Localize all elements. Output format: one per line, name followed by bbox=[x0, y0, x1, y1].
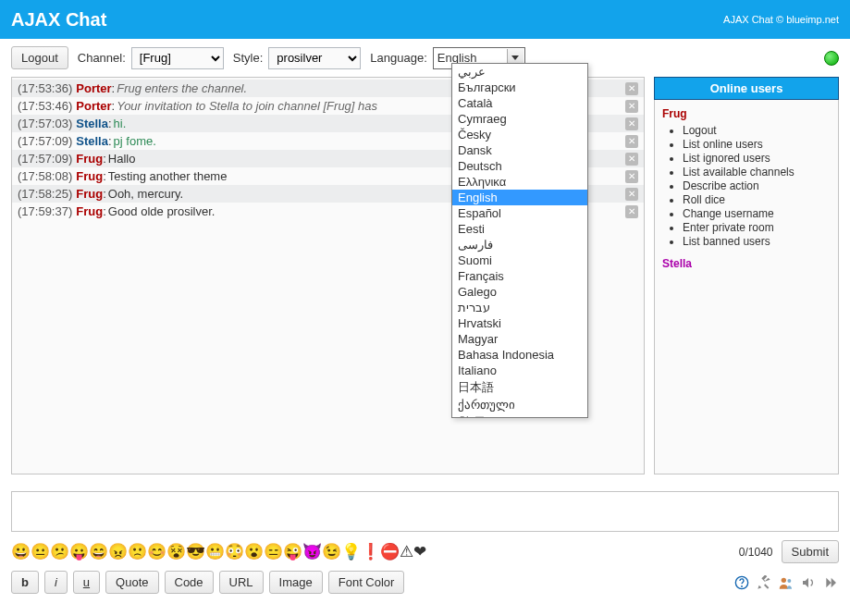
language-option[interactable]: Français bbox=[452, 268, 587, 284]
users-icon[interactable] bbox=[778, 574, 795, 591]
language-option[interactable]: Bahasa Indonesia bbox=[452, 347, 587, 363]
delete-message-icon[interactable]: ✕ bbox=[625, 100, 638, 113]
delete-message-icon[interactable]: ✕ bbox=[625, 153, 638, 166]
language-option[interactable]: عربي bbox=[452, 64, 587, 80]
italic-button[interactable]: i bbox=[44, 571, 68, 594]
user-menu-item[interactable]: List ignored users bbox=[683, 152, 831, 165]
quote-button[interactable]: Quote bbox=[105, 571, 158, 594]
language-option[interactable]: Galego bbox=[452, 284, 587, 300]
message-user[interactable]: Frug bbox=[76, 204, 103, 218]
online-user[interactable]: Stella bbox=[662, 257, 831, 270]
language-option[interactable]: Hrvatski bbox=[452, 315, 587, 331]
emoji-icon[interactable]: 😑 bbox=[264, 543, 283, 561]
copyright-link[interactable]: AJAX Chat © blueimp.net bbox=[723, 14, 839, 25]
emoji-icon[interactable]: 🙁 bbox=[128, 543, 147, 561]
emoji-icon[interactable]: 😳 bbox=[225, 543, 244, 561]
message-text: hi. bbox=[114, 117, 127, 130]
help-icon[interactable] bbox=[733, 574, 750, 591]
emoji-icon[interactable]: 😈 bbox=[302, 543, 322, 561]
emoji-icon[interactable]: 😠 bbox=[108, 543, 128, 561]
message-input[interactable] bbox=[11, 491, 839, 532]
delete-message-icon[interactable]: ✕ bbox=[625, 170, 638, 183]
language-dropdown[interactable]: عربيБългарскиCatalàCymraegČeskyDanskDeut… bbox=[451, 63, 588, 418]
emoji-icon[interactable]: 😎 bbox=[186, 543, 205, 561]
language-option[interactable]: Magyar bbox=[452, 331, 587, 347]
language-option[interactable]: Deutsch bbox=[452, 158, 587, 174]
sound-icon[interactable] bbox=[800, 574, 817, 591]
underline-button[interactable]: u bbox=[73, 571, 100, 594]
language-option[interactable]: فارسی bbox=[452, 237, 587, 253]
code-button[interactable]: Code bbox=[165, 571, 214, 594]
user-menu-item[interactable]: List online users bbox=[683, 138, 831, 151]
emoji-icon[interactable]: 😉 bbox=[322, 543, 341, 561]
image-button[interactable]: Image bbox=[269, 571, 323, 594]
language-option[interactable]: Eesti bbox=[452, 221, 587, 237]
emoji-icon[interactable]: 😵 bbox=[166, 543, 186, 561]
fontcolor-button[interactable]: Font Color bbox=[328, 571, 405, 594]
delete-message-icon[interactable]: ✕ bbox=[625, 205, 638, 218]
user-menu-item[interactable]: Change username bbox=[683, 207, 831, 220]
message-user[interactable]: Frug bbox=[76, 152, 103, 166]
emoji-icon[interactable]: ❗ bbox=[361, 543, 380, 561]
language-option[interactable]: Català bbox=[452, 95, 587, 111]
emoji-icon[interactable]: 😮 bbox=[244, 543, 264, 561]
language-option[interactable]: Suomi bbox=[452, 253, 587, 268]
emoji-icon[interactable]: 😀 bbox=[11, 543, 31, 561]
language-option[interactable]: Italiano bbox=[452, 363, 587, 378]
message-user[interactable]: Porter bbox=[76, 81, 111, 95]
autoscroll-icon[interactable] bbox=[822, 574, 839, 591]
language-option[interactable]: Ελληνικα bbox=[452, 174, 587, 190]
emoji-icon[interactable]: 😄 bbox=[89, 543, 108, 561]
channel-select[interactable]: [Frug] bbox=[131, 47, 224, 69]
emoji-icon[interactable]: 😕 bbox=[50, 543, 69, 561]
user-menu-item[interactable]: Logout bbox=[683, 124, 831, 137]
submit-button[interactable]: Submit bbox=[782, 540, 839, 563]
emoji-icon[interactable]: 😛 bbox=[69, 543, 89, 561]
user-menu-item[interactable]: Roll dice bbox=[683, 193, 831, 206]
language-option[interactable]: Cymraeg bbox=[452, 111, 587, 127]
user-menu-item[interactable]: Describe action bbox=[683, 179, 831, 192]
logout-button[interactable]: Logout bbox=[11, 46, 68, 69]
user-menu-item[interactable]: List available channels bbox=[683, 166, 831, 179]
language-option[interactable]: Español bbox=[452, 205, 587, 221]
delete-message-icon[interactable]: ✕ bbox=[625, 82, 638, 95]
online-user[interactable]: Frug bbox=[662, 107, 831, 120]
emoji-icon[interactable]: 😐 bbox=[31, 543, 50, 561]
language-option[interactable]: Česky bbox=[452, 127, 587, 142]
bold-button[interactable]: b bbox=[11, 571, 39, 594]
style-select[interactable]: prosilver bbox=[268, 47, 361, 69]
user-menu-item[interactable]: Enter private room bbox=[683, 221, 831, 234]
language-option[interactable]: English bbox=[452, 190, 587, 205]
settings-icon[interactable] bbox=[756, 574, 772, 591]
language-option[interactable]: ქართული bbox=[452, 397, 587, 413]
emoji-icon[interactable]: ❤ bbox=[413, 543, 426, 561]
language-option[interactable]: 한 글 bbox=[452, 413, 587, 417]
emoji-icon[interactable]: ⚠ bbox=[400, 543, 413, 561]
delete-message-icon[interactable]: ✕ bbox=[625, 117, 638, 130]
language-option[interactable]: Български bbox=[452, 80, 587, 95]
emoji-icon[interactable]: 💡 bbox=[341, 543, 361, 561]
delete-message-icon[interactable]: ✕ bbox=[625, 135, 638, 148]
message-user[interactable]: Porter bbox=[76, 99, 111, 113]
language-option[interactable]: 日本語 bbox=[452, 378, 587, 397]
language-option[interactable]: עברית bbox=[452, 300, 587, 315]
message-user[interactable]: Stella bbox=[76, 134, 108, 148]
message-time: (17:58:25) bbox=[18, 187, 72, 201]
message-text: Ooh, mercury. bbox=[108, 187, 183, 201]
message-text: Your invitation to Stella to join channe… bbox=[117, 99, 377, 113]
delete-message-icon[interactable]: ✕ bbox=[625, 188, 638, 201]
header: AJAX Chat AJAX Chat © blueimp.net bbox=[0, 0, 850, 39]
message-user[interactable]: Frug bbox=[76, 169, 103, 183]
emoji-icon[interactable]: ⛔ bbox=[380, 543, 400, 561]
message-text: Hallo bbox=[108, 152, 136, 166]
emoji-icon[interactable]: 😊 bbox=[147, 543, 166, 561]
message-text: Testing another theme bbox=[108, 169, 228, 183]
user-menu-item[interactable]: List banned users bbox=[683, 235, 831, 248]
message-time: (17:53:36) bbox=[18, 81, 72, 95]
emoji-icon[interactable]: 😜 bbox=[283, 543, 302, 561]
url-button[interactable]: URL bbox=[219, 571, 264, 594]
message-user[interactable]: Frug bbox=[76, 187, 103, 201]
message-user[interactable]: Stella bbox=[76, 117, 108, 130]
language-option[interactable]: Dansk bbox=[452, 142, 587, 158]
emoji-icon[interactable]: 😬 bbox=[205, 543, 225, 561]
